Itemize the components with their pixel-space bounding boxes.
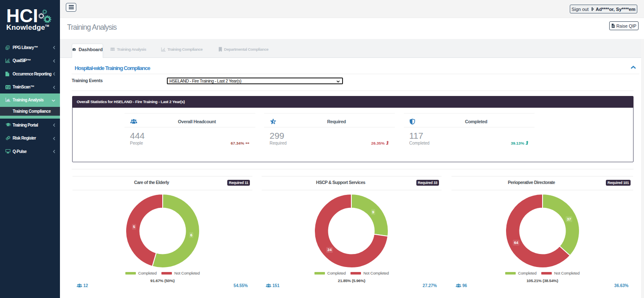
svg-text:6: 6 xyxy=(190,233,192,237)
svg-text:9: 9 xyxy=(372,210,374,214)
svg-text:37: 37 xyxy=(567,217,571,221)
svg-text:2: 2 xyxy=(7,46,8,49)
svg-text:24: 24 xyxy=(327,248,332,252)
svg-text:5: 5 xyxy=(133,225,135,229)
svg-text:64: 64 xyxy=(514,241,518,245)
